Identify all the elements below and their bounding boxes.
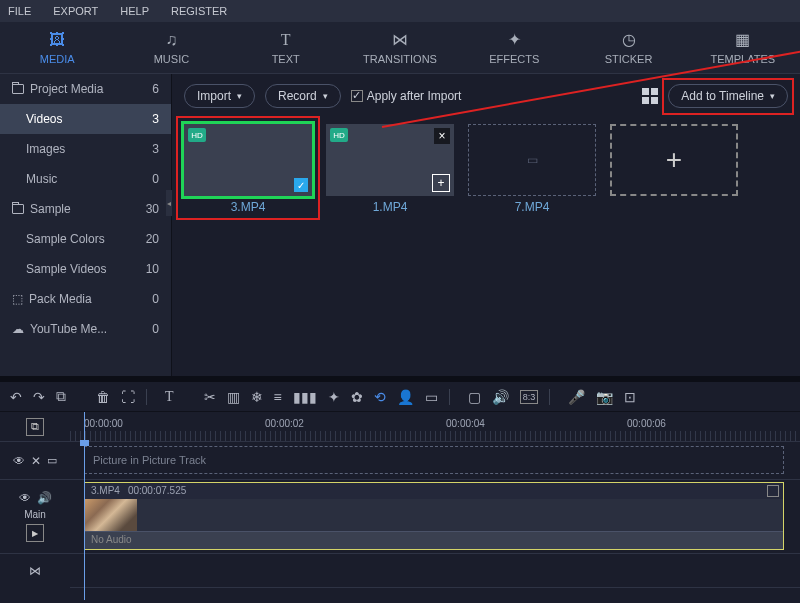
menu-bar: FILE EXPORT HELP REGISTER (0, 0, 800, 22)
main-track-label: Main (24, 509, 46, 520)
speaker-icon[interactable]: 🔊 (37, 491, 52, 505)
box-icon: ⬚ (12, 292, 23, 306)
redo-button[interactable]: ↷ (33, 389, 45, 405)
music-icon: ♫ (165, 31, 177, 49)
add-media-button[interactable]: + (610, 124, 738, 214)
timeline-toolbar: ↶ ↷ ⧉ 🗑 ⛶ T ✂ ▥ ❄ ≡ ▮▮▮ ✦ ✿ ⟲ 👤 ▭ ▢ 🔊 8:… (0, 382, 800, 412)
tab-transitions[interactable]: ⋈ TRANSITIONS (343, 31, 457, 65)
check-icon: ✓ (294, 178, 308, 192)
sidebar-item-pack-media[interactable]: ⬚Pack Media 0 (0, 284, 171, 314)
sidebar-item-label: Project Media (30, 82, 103, 96)
tab-effects[interactable]: ✦ EFFECTS (457, 31, 571, 65)
sidebar-item-count: 3 (152, 112, 159, 126)
folder-icon (12, 84, 24, 94)
layers-icon[interactable]: ⧉ (26, 418, 44, 436)
text-tool-button[interactable]: T (165, 389, 174, 405)
menu-register[interactable]: REGISTER (171, 5, 227, 17)
menu-file[interactable]: FILE (8, 5, 31, 17)
lock-icon[interactable]: ✕ (31, 454, 41, 468)
tab-label: STICKER (605, 53, 653, 65)
record-button[interactable]: Record ▾ (265, 84, 341, 108)
undo-button[interactable]: ↶ (10, 389, 22, 405)
volume-button[interactable]: 🔊 (492, 389, 509, 405)
list-button[interactable]: ≡ (274, 389, 282, 405)
tab-label: MEDIA (40, 53, 75, 65)
sidebar-item-videos[interactable]: Videos 3 (0, 104, 171, 134)
tab-sticker[interactable]: ◷ STICKER (571, 31, 685, 65)
delete-button[interactable]: 🗑 (96, 389, 110, 405)
cloud-icon: ☁ (12, 322, 24, 336)
sidebar-item-sample[interactable]: Sample 30 (0, 194, 171, 224)
sidebar-item-label: Sample (30, 202, 71, 216)
sidebar-item-youtube-media[interactable]: ☁YouTube Me... 0 (0, 314, 171, 344)
button-label: Import (197, 89, 231, 103)
person-button[interactable]: 👤 (397, 389, 414, 405)
columns-button[interactable]: ▮▮▮ (293, 389, 317, 405)
view-grid-toggle[interactable] (642, 88, 658, 104)
media-sidebar: Project Media 6 Videos 3 Images 3 Music … (0, 74, 172, 376)
sync-button[interactable]: ⟲ (374, 389, 386, 405)
close-icon[interactable]: × (434, 128, 450, 144)
sidebar-item-music[interactable]: Music 0 (0, 164, 171, 194)
media-item-7mp4[interactable]: ▭ 7.MP4 (468, 124, 596, 214)
chevron-down-icon: ▾ (770, 91, 775, 101)
eye-icon[interactable]: 👁 (13, 454, 25, 468)
sidebar-item-label: Music (26, 172, 57, 186)
thumbnail-image: HD × + (326, 124, 454, 196)
main-track[interactable]: 3.MP4 00:00:07.525 No Audio (70, 480, 800, 554)
label-button[interactable]: ▭ (425, 389, 438, 405)
content-toolbar: Import ▾ Record ▾ Apply after Import Add… (184, 82, 788, 110)
sidebar-item-count: 0 (152, 322, 159, 336)
sidebar-item-count: 0 (152, 172, 159, 186)
sidebar-item-count: 0 (152, 292, 159, 306)
playhead[interactable] (80, 440, 89, 446)
sidebar-item-project-media[interactable]: Project Media 6 (0, 74, 171, 104)
eye-icon[interactable]: 👁 (19, 491, 31, 505)
sidebar-collapse-toggle[interactable]: ◂ (166, 190, 172, 216)
add-to-timeline-button[interactable]: Add to Timeline ▾ (668, 84, 788, 108)
camera-button[interactable]: 📷 (596, 389, 613, 405)
sidebar-item-label: Sample Colors (26, 232, 105, 246)
media-item-1mp4[interactable]: HD × + 1.MP4 (326, 124, 454, 214)
apply-after-import-checkbox[interactable]: Apply after Import (351, 89, 462, 103)
sidebar-item-count: 3 (152, 142, 159, 156)
menu-export[interactable]: EXPORT (53, 5, 98, 17)
sidebar-item-images[interactable]: Images 3 (0, 134, 171, 164)
tab-templates[interactable]: ▦ TEMPLATES (686, 31, 800, 65)
freeze-button[interactable]: ❄ (251, 389, 263, 405)
import-button[interactable]: Import ▾ (184, 84, 255, 108)
copy-button[interactable]: ⧉ (56, 388, 66, 405)
timeline-ruler[interactable]: 00:00:00 00:00:02 00:00:04 00:00:06 (70, 412, 800, 442)
pip-label: Picture in Picture Track (93, 454, 206, 466)
tab-music[interactable]: ♫ MUSIC (114, 31, 228, 65)
sidebar-item-sample-colors[interactable]: Sample Colors 20 (0, 224, 171, 254)
add-to-timeline-icon[interactable]: + (432, 174, 450, 192)
ratio-button[interactable]: 8:3 (520, 390, 539, 404)
sidebar-item-sample-videos[interactable]: Sample Videos 10 (0, 254, 171, 284)
crop-button[interactable]: ⛶ (121, 389, 135, 405)
crop-tool-button[interactable]: ▢ (468, 389, 481, 405)
hd-badge: HD (188, 128, 206, 142)
pip-track[interactable]: Picture in Picture Track (70, 442, 800, 480)
transitions-track[interactable] (70, 554, 800, 588)
tab-text[interactable]: T TEXT (229, 31, 343, 65)
effect-button[interactable]: ✦ (328, 389, 340, 405)
focus-button[interactable]: ⊡ (624, 389, 636, 405)
filmstrip-button[interactable]: ▥ (227, 389, 240, 405)
settings-button[interactable]: ✿ (351, 389, 363, 405)
menu-help[interactable]: HELP (120, 5, 149, 17)
clip-thumbnail (85, 499, 137, 531)
sidebar-item-label: Sample Videos (26, 262, 107, 276)
thumbnail-caption: 7.MP4 (515, 200, 550, 214)
expand-icon[interactable] (767, 485, 779, 497)
checkbox-label: Apply after Import (367, 89, 462, 103)
hd-badge: HD (330, 128, 348, 142)
tab-media[interactable]: 🖼 MEDIA (0, 31, 114, 65)
play-button[interactable]: ▶ (26, 524, 44, 542)
transitions-track-icon: ⋈ (29, 564, 41, 578)
timeline-clip-3mp4[interactable]: 3.MP4 00:00:07.525 No Audio (84, 482, 784, 550)
mic-button[interactable]: 🎤 (568, 389, 585, 405)
media-item-3mp4[interactable]: HD ✓ 3.MP4 (184, 124, 312, 214)
cut-button[interactable]: ✂ (204, 389, 216, 405)
thumbnail-image: HD ✓ (184, 124, 312, 196)
